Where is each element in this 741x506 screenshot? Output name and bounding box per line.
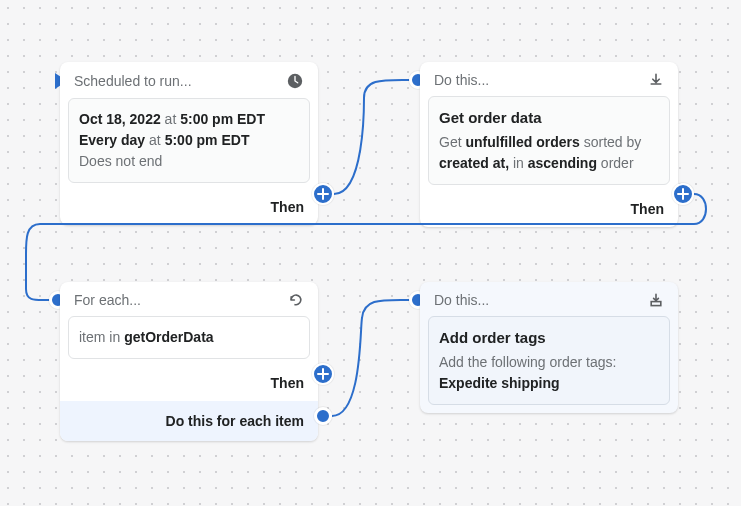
card-for-each[interactable]: For each... item in getOrderData Then Do… xyxy=(60,282,318,441)
card-header: Do this... xyxy=(420,282,678,316)
tag-value: Expedite shipping xyxy=(439,375,560,391)
card-header: Scheduled to run... xyxy=(60,62,318,98)
card-add-tags[interactable]: Do this... Add order tags Add the follow… xyxy=(420,282,678,413)
node-dot xyxy=(314,407,332,425)
schedule-recurrence: Every day xyxy=(79,132,145,148)
schedule-end: Does not end xyxy=(79,151,299,172)
tags-subtitle: Add the following order tags: xyxy=(439,352,659,373)
loop-icon xyxy=(288,292,304,308)
action-title: Add order tags xyxy=(439,327,659,350)
add-tags-body: Add order tags Add the following order t… xyxy=(428,316,670,405)
add-step-button[interactable] xyxy=(312,183,334,205)
connector-3-4 xyxy=(332,298,412,420)
add-step-button[interactable] xyxy=(672,183,694,205)
action-title: Get order data xyxy=(439,107,659,130)
card-header: For each... xyxy=(60,282,318,316)
card-header: Do this... xyxy=(420,62,678,96)
scheduled-title: Scheduled to run... xyxy=(74,73,192,89)
then-label: Then xyxy=(60,191,318,225)
download-icon xyxy=(648,72,664,88)
schedule-date: Oct 18, 2022 xyxy=(79,111,161,127)
clock-icon xyxy=(286,72,304,90)
do-this-title: Do this... xyxy=(434,292,489,308)
schedule-time: 5:00 pm EDT xyxy=(180,111,265,127)
svg-rect-1 xyxy=(651,302,661,306)
card-scheduled[interactable]: Scheduled to run... Oct 18, 2022 at 5:00… xyxy=(60,62,318,225)
for-each-body: item in getOrderData xyxy=(68,316,310,359)
do-this-title: Do this... xyxy=(434,72,489,88)
then-label: Then xyxy=(60,367,318,401)
loop-variable: getOrderData xyxy=(124,329,213,345)
add-step-button[interactable] xyxy=(312,363,334,385)
each-footer: Do this for each item xyxy=(60,401,318,441)
for-each-title: For each... xyxy=(74,292,141,308)
connector-1-2 xyxy=(334,78,412,198)
import-icon xyxy=(648,292,664,308)
schedule-recurrence-time: 5:00 pm EDT xyxy=(165,132,250,148)
get-order-body: Get order data Get unfulfilled orders so… xyxy=(428,96,670,185)
then-label: Then xyxy=(420,193,678,227)
scheduled-body: Oct 18, 2022 at 5:00 pm EDT Every day at… xyxy=(68,98,310,183)
card-get-order-data[interactable]: Do this... Get order data Get unfulfille… xyxy=(420,62,678,227)
